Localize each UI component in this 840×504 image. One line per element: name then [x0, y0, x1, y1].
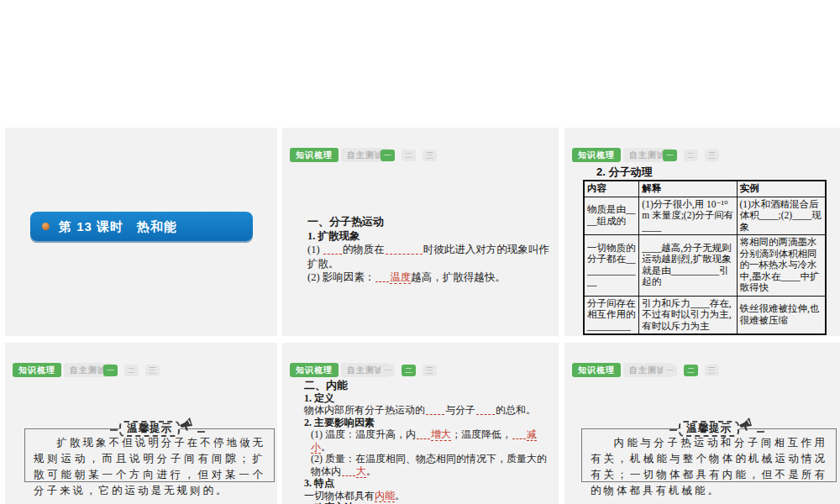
table-cell: (1)水和酒精混合后体积____;(2)____现象 — [737, 197, 826, 235]
tip-text: 内能与分子热运动和分子间相互作用有关，机械能与整个物体的机械运动情况有关；一切物… — [591, 435, 827, 499]
section-button-1[interactable]: 一 — [663, 365, 677, 376]
text-segment: 2. 主要影响因素 — [304, 417, 375, 428]
slide-thumbnail-2[interactable]: 知识梳理 自主测试 一 二 三 一、分子热运动1. 扩散现象(1) 的物质在时彼… — [282, 128, 559, 336]
slide-content: 一、分子热运动1. 扩散现象(1) 的物质在时彼此进入对方的现象叫作扩散。(2)… — [307, 215, 554, 285]
section-button-2[interactable]: 二 — [124, 365, 139, 376]
tab-bar: 知识梳理 自主测试 — [572, 363, 672, 377]
text-segment: 。 — [395, 490, 405, 501]
text-segment: 的总和。 — [496, 404, 536, 416]
section-button-3[interactable]: 三 — [145, 365, 160, 376]
text-line: (1) 的物质在时彼此进入对方的现象叫作扩散。 — [307, 243, 554, 270]
text-segment: 。 — [321, 441, 331, 453]
text-line: 二、内能 — [304, 380, 554, 392]
table-header: 内容 — [584, 181, 639, 197]
lesson-title: 第 13 课时 热和能 — [59, 219, 177, 234]
table-cell: 引力和斥力____存在,不过有时以引力为主,有时以斥力为主 — [639, 296, 737, 334]
section-button-1[interactable]: 一 — [663, 150, 677, 161]
fill-blank — [323, 244, 342, 255]
slide-thumbnail-6[interactable]: 知识梳理 自主测试 一 二 三 温馨提示 内能与分子热运动和分子间相互作用有关，… — [564, 343, 840, 504]
table-header-row: 内容解释实例 — [584, 181, 826, 197]
slide-thumbnail-3[interactable]: 知识梳理 自主测试 一 二 三 2. 分子动理 内容解释实例物质是由____组成… — [564, 128, 840, 336]
section-button-3[interactable]: 三 — [423, 365, 437, 376]
text-segment: 与分子 — [445, 404, 475, 416]
table-cell: 一切物质的分子都在______________ — [584, 235, 639, 297]
answer-text: 内能 — [375, 490, 395, 502]
text-segment: 物体内部所有分子热运动的 — [304, 404, 425, 416]
text-segment: (1) 温度：温度升高，内 — [311, 428, 416, 440]
text-segment: 一、分子热运动 — [307, 215, 384, 228]
text-line: 2. 主要影响因素 — [304, 417, 554, 429]
text-line: 一切物体都具有内能。 — [304, 490, 554, 502]
tab-knowledge-review[interactable]: 知识梳理 — [290, 363, 339, 377]
text-segment: 。 — [366, 465, 376, 477]
fill-blank — [342, 466, 355, 476]
tab-bar: 知识梳理 自主测试 — [290, 363, 390, 377]
slide-thumbnail-5[interactable]: 知识梳理 自主测试 一 二 三 二、内能1. 定义物体内部所有分子热运动的与分子… — [282, 343, 559, 504]
tab-knowledge-review[interactable]: 知识梳理 — [572, 148, 621, 162]
fill-blank — [426, 405, 444, 415]
slide-thumbnail-1[interactable]: 第 13 课时 热和能 — [5, 128, 277, 336]
section-buttons: 一 二 三 — [663, 150, 719, 161]
slide-thumbnail-4[interactable]: 知识梳理 自主测试 一 二 三 温馨提示 扩散现象不但说明分子在不停地做无规则运… — [5, 343, 277, 504]
answer-text: 大 — [356, 465, 366, 478]
section-button-3[interactable]: 三 — [705, 150, 719, 161]
text-segment: ；温度降低， — [451, 428, 512, 440]
tab-knowledge-review[interactable]: 知识梳理 — [290, 148, 339, 162]
text-segment: 3. 特点 — [304, 477, 334, 489]
section-button-1[interactable]: 一 — [381, 150, 395, 161]
table-header: 解释 — [639, 181, 737, 197]
section-buttons: 一 二 三 — [103, 365, 160, 376]
table-cell: 物质是由____组成的 — [584, 197, 639, 235]
bullet-icon — [42, 223, 50, 230]
section-button-2[interactable]: 二 — [402, 365, 416, 376]
table-cell: ____越高,分子无规则运动越剧烈,扩散现象就是由__________引起的 — [639, 235, 737, 297]
text-line: 一、分子热运动 — [307, 215, 554, 229]
text-line: 3. 特点 — [304, 477, 554, 490]
fill-blank — [386, 244, 423, 255]
table-header: 实例 — [737, 181, 826, 197]
answer-text: 温度 — [390, 271, 411, 284]
tip-label-text: 温馨提示 — [686, 423, 732, 434]
knowledge-table-wrap: 内容解释实例物质是由____组成的(1)分子很小,用 10⁻¹⁰ m 来量度;(… — [583, 180, 827, 335]
knowledge-table: 内容解释实例物质是由____组成的(1)分子很小,用 10⁻¹⁰ m 来量度;(… — [583, 180, 827, 335]
megaphone-icon — [738, 417, 754, 431]
text-segment: 越高，扩散得越快。 — [411, 271, 506, 283]
tip-label: 温馨提示 — [679, 421, 739, 437]
text-segment: (1) — [307, 244, 323, 255]
fill-blank — [375, 272, 389, 282]
text-line: (2) 质量：在温度相同、物态相同的情况下，质量大的物体内大。 — [304, 453, 554, 477]
section-button-3[interactable]: 三 — [705, 365, 719, 376]
text-line: (2) 影响因素：温度越高，扩散得越快。 — [307, 270, 554, 285]
section-button-1[interactable]: 一 — [103, 365, 118, 376]
table-row: 一切物质的分子都在__________________越高,分子无规则运动越剧烈… — [584, 235, 826, 297]
tab-knowledge-review[interactable]: 知识梳理 — [572, 363, 621, 377]
section-title: 2. 分子动理 — [596, 165, 652, 180]
text-segment: 一切物体都具有 — [304, 490, 375, 501]
table-cell: (1)分子很小,用 10⁻¹⁰ m 来量度;(2)分子间有____ — [639, 197, 737, 235]
tip-text: 扩散现象不但说明分子在不停地做无规则运动，而且说明分子间有间隙；扩散可能朝某一个… — [34, 435, 265, 499]
tab-knowledge-review[interactable]: 知识梳理 — [13, 363, 61, 377]
text-segment: (2) 影响因素： — [307, 271, 375, 283]
section-button-3[interactable]: 三 — [423, 150, 437, 161]
tip-box: 温馨提示 内能与分子热运动和分子间相互作用有关，机械能与整个物体的机械运动情况有… — [581, 428, 837, 482]
slide-content: 二、内能1. 定义物体内部所有分子热运动的与分子的总和。2. 主要影响因素(1)… — [304, 380, 554, 504]
section-button-2[interactable]: 二 — [684, 150, 698, 161]
tab-bar: 知识梳理 自主测试 — [290, 148, 390, 162]
text-segment: 1. 定义 — [304, 392, 334, 404]
answer-text: 增大 — [431, 428, 451, 441]
table-cell: 分子间存在相互作用的_________ — [584, 296, 639, 334]
tab-bar: 知识梳理 自主测试 — [13, 363, 113, 377]
tip-label: 温馨提示 — [119, 421, 180, 437]
tip-label-text: 温馨提示 — [127, 423, 172, 434]
tab-bar: 知识梳理 自主测试 — [572, 148, 672, 162]
section-button-2[interactable]: 二 — [402, 150, 416, 161]
tip-box: 温馨提示 扩散现象不但说明分子在不停地做无规则运动，而且说明分子间有间隙；扩散可… — [24, 428, 275, 482]
table-cell: 铁丝很难被拉伸,也很难被压缩 — [737, 296, 826, 334]
section-buttons: 一 二 三 — [381, 150, 437, 161]
section-buttons: 一 二 三 — [381, 365, 437, 376]
section-button-2[interactable]: 二 — [684, 365, 698, 376]
section-buttons: 一 二 三 — [663, 365, 719, 376]
text-line: 1. 扩散现象 — [307, 229, 554, 244]
section-button-1[interactable]: 一 — [381, 365, 395, 376]
text-segment: 的物质在 — [343, 244, 385, 255]
